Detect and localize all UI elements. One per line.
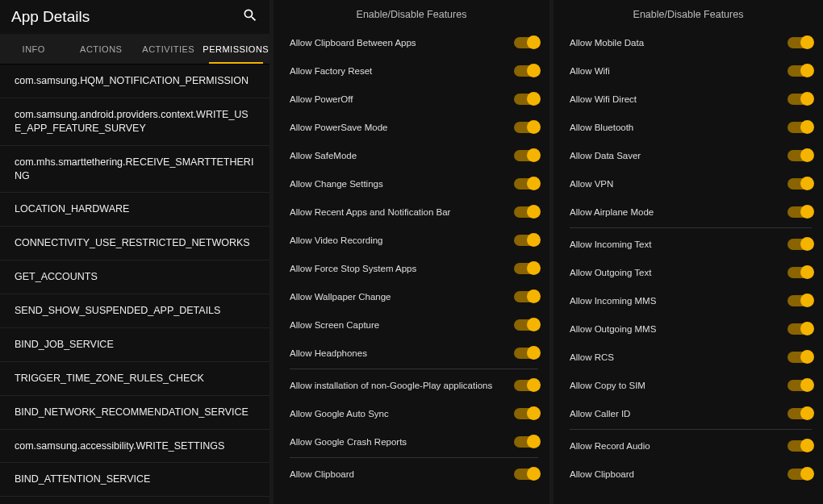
toggle-switch[interactable] <box>514 122 538 133</box>
toggle-knob <box>527 177 541 190</box>
feature-row: Allow Recent Apps and Notification Bar <box>290 198 538 226</box>
feature-row: Allow PowerSave Mode <box>290 113 538 141</box>
panel-app-details: App Details INFOACTIONSACTIVITIESPERMISS… <box>0 0 269 504</box>
feature-label: Allow Data Saver <box>570 151 641 160</box>
toggle-knob <box>800 205 814 219</box>
separator <box>570 429 812 430</box>
permissions-list[interactable]: com.samsung.HQM_NOTIFICATION_PERMISSIONc… <box>0 65 269 504</box>
toggle-switch[interactable] <box>787 295 812 306</box>
toggle-switch[interactable] <box>787 37 812 48</box>
feature-row: Allow Clipboard <box>290 460 538 488</box>
toggle-knob <box>800 148 814 162</box>
features-header: Enable/Disable Features <box>274 0 549 28</box>
feature-row: Allow Clipboard <box>570 460 812 488</box>
toggle-switch[interactable] <box>514 469 538 480</box>
toggle-switch[interactable] <box>514 380 538 391</box>
feature-label: Allow SafeMode <box>290 151 357 160</box>
features-list[interactable]: Allow Clipboard Between AppsAllow Factor… <box>274 28 549 500</box>
tab-activities[interactable]: ACTIVITIES <box>135 34 203 64</box>
permission-item[interactable]: SEND_SHOW_SUSPENDED_APP_DETAILS <box>0 294 269 328</box>
toggle-switch[interactable] <box>787 352 812 363</box>
tab-info[interactable]: INFO <box>0 34 68 64</box>
permission-item[interactable]: TRIGGER_TIME_ZONE_RULES_CHECK <box>0 362 269 396</box>
toggle-switch[interactable] <box>787 408 812 419</box>
feature-label: Allow Google Crash Reports <box>290 437 407 447</box>
toggle-knob <box>527 289 541 303</box>
permission-item[interactable]: CONTROL_VPN <box>0 497 269 504</box>
feature-row: Allow Airplane Mode <box>570 198 812 226</box>
toggle-switch[interactable] <box>787 94 812 105</box>
feature-row: Allow Headphones <box>290 339 538 367</box>
toggle-switch[interactable] <box>514 436 538 448</box>
feature-label: Allow Record Audio <box>570 441 650 451</box>
permission-item[interactable]: CONNECTIVITY_USE_RESTRICTED_NETWORKS <box>0 227 269 260</box>
feature-label: Allow Headphones <box>290 348 367 358</box>
feature-row: Allow Change Settings <box>290 169 538 198</box>
permission-item[interactable]: BIND_JOB_SERVICE <box>0 328 269 362</box>
permission-item[interactable]: GET_ACCOUNTS <box>0 260 269 294</box>
feature-label: Allow Caller ID <box>570 409 630 419</box>
toggle-switch[interactable] <box>787 239 812 250</box>
feature-row: Allow Force Stop System Apps <box>290 254 538 282</box>
feature-row: Allow Google Auto Sync <box>290 399 538 427</box>
toggle-knob <box>527 64 541 77</box>
panel-features-1: Enable/Disable Features Allow Clipboard … <box>274 0 549 504</box>
toggle-switch[interactable] <box>787 323 812 335</box>
feature-label: Allow Factory Reset <box>290 66 372 76</box>
feature-label: Allow Wifi <box>570 66 610 76</box>
feature-row: Allow Record Audio <box>570 431 812 460</box>
toggle-switch[interactable] <box>514 94 538 105</box>
permission-item[interactable]: com.mhs.smarttethering.RECEIVE_SMARTTETH… <box>0 146 269 194</box>
toggle-switch[interactable] <box>514 319 538 331</box>
feature-row: Allow Bluetooth <box>570 113 812 141</box>
toggle-switch[interactable] <box>514 65 538 77</box>
toggle-knob <box>800 64 814 77</box>
toggle-knob <box>527 435 541 448</box>
toggle-switch[interactable] <box>514 291 538 302</box>
permission-item[interactable]: BIND_ATTENTION_SERVICE <box>0 463 269 497</box>
toggle-knob <box>527 92 541 106</box>
toggle-switch[interactable] <box>514 37 538 48</box>
toggle-switch[interactable] <box>514 348 538 359</box>
toggle-switch[interactable] <box>787 65 812 77</box>
feature-row: Allow Google Crash Reports <box>290 427 538 456</box>
toggle-switch[interactable] <box>787 122 812 133</box>
features-header: Enable/Disable Features <box>554 0 823 28</box>
toggle-knob <box>527 148 541 162</box>
permission-item[interactable]: BIND_NETWORK_RECOMMENDATION_SERVICE <box>0 396 269 430</box>
features-list[interactable]: Allow Mobile DataAllow WifiAllow Wifi Di… <box>554 28 823 500</box>
toggle-switch[interactable] <box>787 150 812 161</box>
tab-actions[interactable]: ACTIONS <box>68 34 136 64</box>
toggle-switch[interactable] <box>514 235 538 246</box>
feature-row: Allow Factory Reset <box>290 56 538 85</box>
permission-item[interactable]: com.samsung.HQM_NOTIFICATION_PERMISSION <box>0 65 269 98</box>
toggle-knob <box>527 346 541 360</box>
toggle-knob <box>800 406 814 420</box>
tab-permissions[interactable]: PERMISSIONS <box>203 34 270 64</box>
toggle-switch[interactable] <box>514 263 538 274</box>
toggle-switch[interactable] <box>787 469 812 480</box>
feature-row: Allow Outgoing MMS <box>570 314 812 343</box>
permission-item[interactable]: com.samsung.accessibility.WRITE_SETTINGS <box>0 430 269 464</box>
toggle-switch[interactable] <box>514 206 538 218</box>
feature-label: Allow Clipboard <box>570 469 634 479</box>
toggle-switch[interactable] <box>787 440 812 452</box>
toggle-knob <box>527 35 541 49</box>
toggle-switch[interactable] <box>787 178 812 190</box>
search-icon[interactable] <box>242 7 258 27</box>
toggle-switch[interactable] <box>787 267 812 278</box>
feature-label: Allow Screen Capture <box>290 320 379 330</box>
toggle-switch[interactable] <box>787 206 812 218</box>
permission-item[interactable]: LOCATION_HARDWARE <box>0 193 269 227</box>
toggle-switch[interactable] <box>514 150 538 161</box>
toggle-knob <box>800 294 814 307</box>
toggle-knob <box>527 261 541 275</box>
toggle-switch[interactable] <box>787 380 812 391</box>
feature-label: Allow Incoming MMS <box>570 296 656 306</box>
feature-row: Allow Outgoing Text <box>570 258 812 286</box>
toggle-knob <box>800 35 814 49</box>
permission-item[interactable]: com.samsung.android.providers.context.WR… <box>0 98 269 146</box>
feature-row: Allow RCS <box>570 343 812 371</box>
toggle-switch[interactable] <box>514 408 538 419</box>
toggle-switch[interactable] <box>514 178 538 190</box>
